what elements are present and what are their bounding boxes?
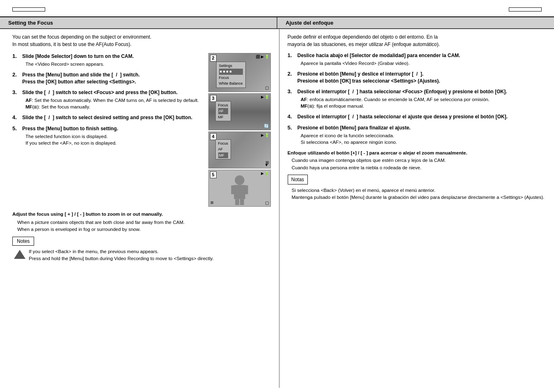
right-notes-items: Cuando una imagen contenga objetos que e… (288, 157, 546, 171)
cam-bottom-4b: ▼ (265, 163, 269, 167)
left-notes-items: When a picture contains objects that are… (12, 219, 271, 233)
step-content-4: Slide the [ / ] switch to select desired… (22, 114, 204, 121)
top-header (0, 4, 554, 15)
left-steps-col: 1. Slide [Mode Selector] down to turn on… (12, 53, 204, 207)
camera-images-stack: 2 ⬛ ▶ 🔋 Settings ■ ■ ■ ■ Focus White Bal… (208, 53, 271, 207)
step-num-2: 2. (12, 71, 20, 85)
cam-bottom-2: ▢ (265, 85, 269, 90)
step-title-4: Slide the [ / ] switch to select desired… (22, 114, 204, 121)
section-title-left: Setting the Focus (0, 17, 277, 28)
left-column: You can set the focus depending on the s… (0, 29, 279, 388)
header-box-right (509, 7, 542, 12)
right-intro-text: Puede definir el enfoque dependiendo del… (288, 33, 546, 48)
cam-icon-5a: ▶ (261, 171, 264, 175)
notes-badge-right: Notas (288, 175, 308, 184)
step-1-right: 1. Deslice hacia abajo el [Selector de m… (288, 52, 546, 67)
left-note-bottom-1: If you select <Back> in the menu, the pr… (29, 248, 214, 255)
notes-badge-left: Notes (12, 237, 34, 246)
cam-image-5: 5 ▶ 🔋 ⊞ ▢ (208, 170, 271, 207)
step-3-right: 3. Deslice el interruptor [ / ] hasta se… (288, 88, 546, 109)
cam-icon-3a: ▶ (261, 95, 264, 99)
right-notes-section: Enfoque utilizando el botón [+] / [ - ] … (288, 150, 546, 201)
step-title-1: Slide [Mode Selector] down to turn on th… (22, 53, 204, 60)
cam-mf-icon-5: ⊞ (210, 201, 214, 205)
step-1-left: 1. Slide [Mode Selector] down to turn on… (12, 53, 204, 67)
right-note-item-2: Cuando haya una persona entre la niebla … (292, 164, 546, 171)
right-notes-highlight: Enfoque utilizando el botón [+] / [ - ] … (288, 150, 546, 155)
step-3-left: 3. Slide the [ / ] switch to select <Foc… (12, 89, 204, 110)
step-rcontent-5: Presione el botón [Menu] para finalizar … (298, 125, 546, 145)
cam-icon-2b: ▶ (261, 55, 264, 59)
cam-image-4: 4 ▶ 🔋 Focus AF MF ⊞ ▼ (208, 131, 271, 168)
left-notes-bottom: If you select <Back> in the menu, the pr… (12, 248, 271, 263)
svg-rect-3 (231, 185, 237, 194)
left-instructions-area: 1. Slide [Mode Selector] down to turn on… (12, 53, 271, 207)
step-content-5: Press the [Menu] button to finish settin… (22, 125, 204, 146)
step-rtitle-4: Deslice el interruptor [ / ] hasta selec… (298, 113, 546, 120)
step-rbody-1: Aparece la pantalla <Video Record> (Grab… (298, 60, 546, 67)
step-num-3: 3. (12, 89, 20, 110)
cam-menu-overlay-3: Focus AF MF (215, 101, 231, 121)
svg-rect-6 (240, 199, 244, 205)
step-rbody-3: AF: enfoca automáticamente. Cuando se en… (298, 96, 546, 109)
section-title-bar: Setting the Focus Ajuste del enfoque (0, 16, 554, 29)
cam-icon-3b: 🔋 (265, 95, 269, 99)
right-note-bottom-2: Mantenga pulsado el botón [Menu] durante… (292, 194, 546, 201)
section-title-right: Ajuste del enfoque (277, 17, 554, 28)
cam-image-2: 2 ⬛ ▶ 🔋 Settings ■ ■ ■ ■ Focus White Bal… (208, 53, 271, 92)
triangle-icon-left (14, 250, 25, 259)
step-5-right: 5. Presione el botón [Menu] para finaliz… (288, 125, 546, 145)
step-title-2: Press the [Menu] button and slide the [ … (22, 71, 204, 85)
left-notes-bottom-text: If you select <Back> in the menu, the pr… (29, 248, 214, 263)
step-rcontent-1: Deslice hacia abajo el [Selector de moda… (298, 52, 546, 67)
step-2-right: 2. Presione el botón [Menu] y deslice el… (288, 71, 546, 85)
cam-menu-overlay-2: Settings ■ ■ ■ ■ Focus White Balance (216, 62, 246, 88)
step-num-4: 4. (12, 114, 20, 121)
cam-num-5: 5 (210, 171, 217, 178)
cam-menu-overlay-4: Focus AF MF (215, 139, 231, 159)
cam-icon-2c: 🔋 (265, 55, 269, 59)
cam-icons-3: ▶ 🔋 (261, 95, 269, 99)
step-rtitle-2: Presione el botón [Menu] y deslice el in… (298, 71, 546, 85)
header-box-left (12, 7, 45, 12)
step-rtitle-5: Presione el botón [Menu] para finalizar … (298, 125, 546, 131)
left-notes-highlight: Adjust the focus using [ + ] / [ - ] but… (12, 212, 271, 217)
left-note-bottom-2: Press and hold the [Menu] button during … (29, 255, 214, 262)
cam-bg-5 (209, 170, 270, 206)
step-rtitle-3: Deslice el interruptor [ / ] hasta selec… (298, 88, 546, 95)
right-notes-bottom-text: Si selecciona <Back> (Volver) en el menú… (288, 187, 546, 201)
step-title-3: Slide the [ / ] switch to select <Focus>… (22, 89, 204, 96)
svg-rect-5 (235, 199, 239, 205)
step-2-left: 2. Press the [Menu] button and slide the… (12, 71, 204, 85)
step-body-5: The selected function icon is displayed.… (22, 133, 204, 146)
left-intro-text: You can set the focus depending on the s… (12, 33, 271, 48)
svg-point-1 (235, 175, 244, 185)
step-num-1: 1. (12, 53, 20, 67)
step-4-right: 4. Deslice el interruptor [ / ] hasta se… (288, 113, 546, 120)
right-note-item-1: Cuando una imagen contenga objetos que e… (292, 157, 546, 164)
right-note-bottom-1: Si selecciona <Back> (Volver) en el menú… (292, 187, 546, 194)
cam-bottom-5: ▢ (265, 201, 269, 205)
cam-icon-4a: ▶ (261, 133, 264, 137)
cam-image-3: 3 ▶ 🔋 Focus AF MF 🔄 (208, 93, 271, 130)
step-5-left: 5. Press the [Menu] button to finish set… (12, 125, 204, 146)
left-note-item-2: When a person is enveloped in fog or sur… (17, 226, 271, 233)
step-rnum-2: 2. (288, 71, 295, 85)
step-content-1: Slide [Mode Selector] down to turn on th… (22, 53, 204, 67)
step-content-3: Slide the [ / ] switch to select <Focus>… (22, 89, 204, 110)
step-body-1: The <Video Record> screen appears. (22, 61, 204, 67)
cam-icon-4b: 🔋 (265, 133, 269, 137)
left-notes-section: Adjust the focus using [ + ] / [ - ] but… (12, 212, 271, 262)
cam-icons-2: ⬛ ▶ 🔋 (256, 55, 269, 59)
page-container: Setting the Focus Ajuste del enfoque You… (0, 0, 554, 392)
step-rnum-5: 5. (288, 125, 295, 145)
step-rcontent-4: Deslice el interruptor [ / ] hasta selec… (298, 113, 546, 120)
step-rcontent-3: Deslice el interruptor [ / ] hasta selec… (298, 88, 546, 109)
step-content-2: Press the [Menu] button and slide the [ … (22, 71, 204, 85)
cam-icons-4: ▶ 🔋 (261, 133, 269, 137)
step-title-5: Press the [Menu] button to finish settin… (22, 125, 204, 132)
cam-num-2: 2 (210, 55, 217, 62)
step-rnum-4: 4. (288, 113, 295, 120)
cam-svg-5 (209, 170, 270, 206)
svg-rect-4 (242, 185, 248, 194)
